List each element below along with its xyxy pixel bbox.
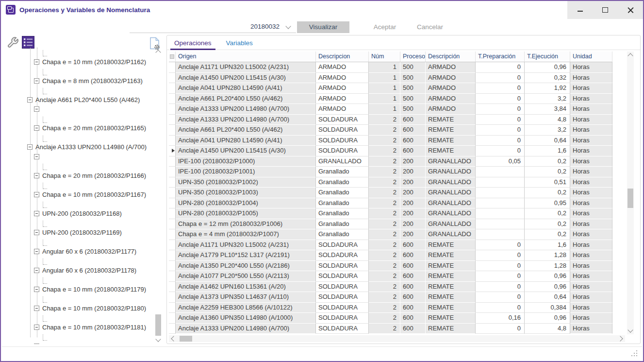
scroll-up-icon[interactable] xyxy=(627,53,633,58)
cell-t_preparacion[interactable]: 0,05 xyxy=(476,156,525,167)
cell-proceso[interactable]: 600 xyxy=(400,271,426,282)
cell-sel[interactable] xyxy=(169,271,176,282)
cell-t_ejecucion[interactable]: 0,384 xyxy=(525,303,570,313)
cell-t_preparacion[interactable]: 0 xyxy=(476,115,525,125)
cell-descripcion2[interactable]: REMATE xyxy=(426,136,476,146)
collapse-toggle-icon[interactable] xyxy=(34,78,39,84)
cell-unidad[interactable]: Horas xyxy=(570,292,612,303)
cell-origen[interactable]: UPN-280 (20180032/P1004) xyxy=(176,198,316,209)
cell-descripcion2[interactable]: REMATE xyxy=(426,146,476,156)
tree-node[interactable]: UPN-200 (20180032/P1169) xyxy=(1,228,154,238)
cell-origen[interactable]: Chapa e = 4 mm (20180032/P1007) xyxy=(176,229,316,240)
cell-t_preparacion[interactable]: 0 xyxy=(476,261,525,272)
cell-t_preparacion[interactable]: 0 xyxy=(476,73,525,84)
cell-t_ejecucion[interactable]: 0,96 xyxy=(525,62,570,73)
cell-descripcion2[interactable]: GRANALLADO xyxy=(426,208,476,219)
cell-num[interactable]: 2 xyxy=(369,198,400,209)
cell-unidad[interactable]: Horas xyxy=(570,303,612,313)
column-header-proceso[interactable]: Proceso xyxy=(400,52,426,62)
cell-origen[interactable]: Anclaje A2259 HEB300 L8566 (A/10122) xyxy=(176,303,316,313)
cell-proceso[interactable]: 600 xyxy=(400,324,426,334)
cell-num[interactable]: 2 xyxy=(369,146,400,156)
cell-t_preparacion[interactable]: 0 xyxy=(476,136,525,146)
cell-descripcion2[interactable]: GRANALLADO xyxy=(426,198,476,209)
cell-proceso[interactable]: 600 xyxy=(400,125,426,136)
cell-sel[interactable] xyxy=(169,115,176,125)
cell-unidad[interactable]: Horas xyxy=(570,240,612,251)
cell-num[interactable]: 2 xyxy=(369,271,400,282)
cell-sel[interactable] xyxy=(169,240,176,251)
table-row[interactable]: UPN-350 (20180032/P1003)Granallado2200GR… xyxy=(169,188,612,198)
cell-origen[interactable]: UPN-280 (20180032/P1005) xyxy=(176,208,316,219)
table-row[interactable]: Anclaje A661 PL20*400 L550 (A/462)SOLDAD… xyxy=(169,125,612,136)
cell-proceso[interactable]: 200 xyxy=(400,198,426,209)
cell-num[interactable]: 2 xyxy=(369,125,400,136)
cell-sel[interactable] xyxy=(169,104,176,115)
cell-t_ejecucion[interactable]: 1,6 xyxy=(525,240,570,251)
cell-descripcion[interactable]: SOLDADURA xyxy=(316,115,369,125)
cell-proceso[interactable]: 500 xyxy=(400,62,426,73)
cell-origen[interactable]: Anclaje A041 UPN280 L14590 (A/41) xyxy=(176,136,316,146)
cell-num[interactable]: 2 xyxy=(369,292,400,303)
cell-t_preparacion[interactable] xyxy=(476,219,525,230)
cell-descripcion2[interactable]: ARMADO xyxy=(426,73,476,84)
tree-node-empty[interactable] xyxy=(1,152,154,162)
tree-node-empty[interactable] xyxy=(1,104,154,114)
cell-unidad[interactable]: Horas xyxy=(570,282,612,293)
scrollbar-thumb[interactable] xyxy=(627,189,633,208)
cell-origen[interactable]: Anclaje A1360 UPN350 L14980 (A/1000) xyxy=(176,313,316,324)
cell-descripcion[interactable]: ARMADO xyxy=(316,62,369,73)
cell-descripcion[interactable]: SOLDADURA xyxy=(316,324,369,334)
cell-unidad[interactable]: Horas xyxy=(570,94,612,104)
cell-t_ejecucion[interactable]: 4,8 xyxy=(525,115,570,125)
cell-descripcion2[interactable]: GRANALLADO xyxy=(426,177,476,188)
collapse-toggle-icon[interactable] xyxy=(34,268,39,273)
cell-unidad[interactable]: Horas xyxy=(570,136,612,146)
aceptar-button[interactable]: Aceptar xyxy=(361,21,409,33)
cell-unidad[interactable]: Horas xyxy=(570,198,612,209)
table-row[interactable]: Anclaje A1462 UPN160 L15361 (A/20)SOLDAD… xyxy=(169,282,612,293)
table-row[interactable]: Anclaje A1373 UPN350 L14637 (A/110)SOLDA… xyxy=(169,292,612,303)
cell-unidad[interactable]: Horas xyxy=(570,83,612,94)
cell-unidad[interactable]: Horas xyxy=(570,271,612,282)
cell-sel[interactable] xyxy=(169,188,176,198)
cell-unidad[interactable]: Horas xyxy=(570,73,612,84)
cell-t_ejecucion[interactable]: 0,64 xyxy=(525,136,570,146)
table-row[interactable]: UPN-280 (20180032/P1004)Granallado2200GR… xyxy=(169,198,612,209)
cell-origen[interactable]: Anclaje A1077 PL20*500 L550 (A/2113) xyxy=(176,271,316,282)
cell-t_preparacion[interactable]: 0 xyxy=(476,324,525,334)
scrollbar-thumb[interactable] xyxy=(180,336,192,342)
cell-sel[interactable] xyxy=(169,167,176,177)
cell-num[interactable]: 2 xyxy=(369,156,400,167)
cell-t_preparacion[interactable] xyxy=(476,229,525,240)
cell-proceso[interactable]: 200 xyxy=(400,177,426,188)
tree-node[interactable]: Angular 60 x 6 (20180032/P1178) xyxy=(1,266,154,276)
cell-t_ejecucion[interactable]: 0,2 xyxy=(525,156,570,167)
cell-t_ejecucion[interactable]: 0,96 xyxy=(525,313,570,324)
cell-descripcion2[interactable]: ARMADO xyxy=(426,104,476,115)
cell-origen[interactable]: Anclaje A661 PL20*400 L550 (A/462) xyxy=(176,94,316,104)
cell-proceso[interactable]: 500 xyxy=(400,83,426,94)
cell-num[interactable]: 1 xyxy=(369,94,400,104)
cell-descripcion[interactable]: ARMADO xyxy=(316,73,369,84)
cell-origen[interactable]: Anclaje A1462 UPN160 L15361 (A/20) xyxy=(176,282,316,293)
cell-unidad[interactable]: Horas xyxy=(570,208,612,219)
cell-origen[interactable]: UPN-350 (20180032/P1002) xyxy=(176,177,316,188)
cell-descripcion2[interactable]: REMATE xyxy=(426,282,476,293)
cell-proceso[interactable]: 200 xyxy=(400,167,426,177)
collapse-toggle-icon[interactable] xyxy=(34,154,39,159)
cell-descripcion2[interactable]: GRANALLADO xyxy=(426,167,476,177)
cell-sel[interactable] xyxy=(169,229,176,240)
column-header-descripcion2[interactable]: Descripción xyxy=(426,52,476,62)
cell-num[interactable]: 2 xyxy=(369,240,400,251)
cell-descripcion[interactable]: SOLDADURA xyxy=(316,282,369,293)
cell-sel[interactable] xyxy=(169,83,176,94)
cell-descripcion[interactable]: SOLDADURA xyxy=(316,261,369,272)
cell-unidad[interactable]: Horas xyxy=(570,156,612,167)
table-row[interactable]: Anclaje A1350 PL20*400 L550 (A/2186)SOLD… xyxy=(169,261,612,272)
cell-descripcion[interactable]: ARMADO xyxy=(316,94,369,104)
cell-num[interactable]: 2 xyxy=(369,303,400,313)
tree-node[interactable]: Chapa e = 10 mm (20180032/P1181) xyxy=(1,323,154,332)
cell-t_preparacion[interactable]: 0 xyxy=(476,250,525,261)
collapse-toggle-icon[interactable] xyxy=(34,344,39,344)
